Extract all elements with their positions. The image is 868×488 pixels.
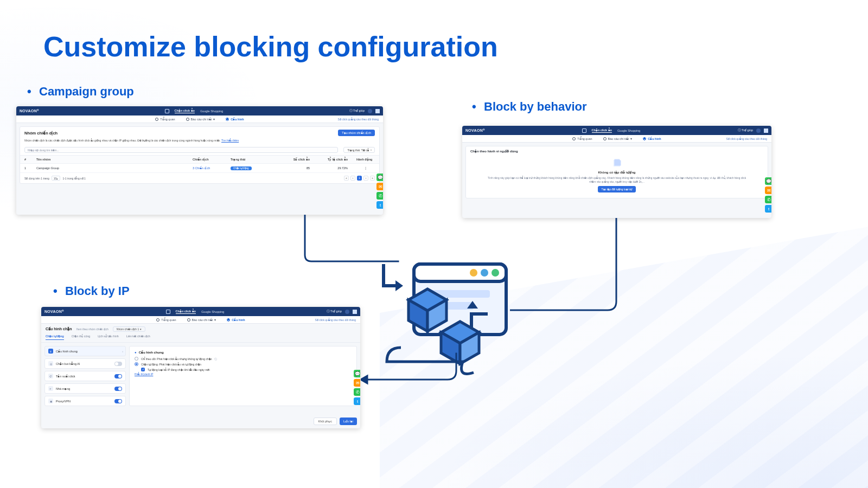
fab-chat-icon[interactable]: 💬 [354,370,360,377]
col-action: Hành động [352,156,379,164]
fab-twitter-icon[interactable]: t [765,205,771,213]
gear-icon [227,318,230,322]
subnav-overview[interactable]: Tổng quan [572,137,592,140]
toggle-ai[interactable] [114,362,122,366]
home-icon[interactable] [165,109,169,113]
toggle-proxy[interactable] [114,399,122,403]
brand-logo: NOVAON◎ [20,108,39,113]
toggle-network[interactable] [114,387,122,391]
svg-point-3 [481,269,488,277]
apps-icon[interactable] [353,310,357,314]
apps-icon[interactable] [375,109,380,113]
sidebar-item-general[interactable]: ≡Cấu hình chung› [44,346,126,356]
col-campaign[interactable]: Chiến dịch [188,156,226,164]
language-icon[interactable] [368,109,372,113]
status-filter[interactable]: Trạng thái: Tất cả▾ [343,147,375,153]
subnav-config[interactable]: Cấu hình [227,318,245,322]
nav-google-shopping[interactable]: Google Shopping [617,129,641,132]
fab-twitter-icon[interactable]: t [376,201,383,209]
fab-mail-icon[interactable]: ✉ [354,379,360,387]
radio-monitor-only[interactable] [135,357,138,361]
sidebar-item-frequency[interactable]: ⏱Tần suất click [44,371,126,381]
page-current[interactable]: 1 [357,176,362,181]
create-audience-button[interactable]: Tạo tập đối tượng loại trừ [598,186,636,192]
apps-icon[interactable] [764,129,768,133]
save-button[interactable]: Lưu lại [340,418,357,425]
rows-per-page-select[interactable]: 10 ▴ [52,176,61,181]
fab-phone-icon[interactable]: ✆ [765,196,771,203]
sliders-icon: ≡ [48,349,53,354]
page-title: Cấu hình chặn [46,327,72,331]
fab-chat-icon[interactable]: 💬 [376,174,383,181]
view-mode-label: Xem theo nhóm chiến dịch [76,328,108,331]
col-idx[interactable]: # [20,156,32,164]
help-link[interactable]: ⓘ Trợ giúp [738,129,753,132]
col-status[interactable]: Trạng thái [226,156,265,164]
page-last[interactable]: » [370,176,375,181]
quota-note: Số click quảng cáo theo dõi tháng [315,318,356,322]
home-icon[interactable] [582,129,586,133]
help-link[interactable]: ⓘ Trợ giúp [327,310,342,313]
topbar: NOVAON◎ Chặn click ảo Google Shopping ⓘ … [41,307,360,316]
language-icon[interactable] [756,129,761,133]
tab-manual-block[interactable]: Chặn thủ công [72,335,91,340]
sidebar-item-network[interactable]: ᯤNhà mạng [44,383,126,394]
col-ratio[interactable]: Tỷ lệ click ảo [314,156,352,164]
col-name[interactable]: Tên nhóm [32,156,188,164]
fab-phone-icon[interactable]: ✆ [376,192,383,200]
detail-title: Cấu hình chung [139,350,164,354]
radio-auto-block[interactable] [135,362,138,366]
tab-auto-block[interactable]: Chặn tự động [46,335,64,340]
help-link[interactable]: ⓘ Trợ giúp [349,109,365,113]
fab-mail-icon[interactable]: ✉ [376,183,383,190]
table-row[interactable]: 1 Campaign Group 3 Chiến dịch Chặn tự độ… [20,164,379,173]
subnav-config[interactable]: Cấu hình [226,118,244,121]
subnav-detail[interactable]: Báo cáo chi tiết ▾ [186,118,215,121]
sidebar-item-proxy[interactable]: ◉Proxy/VPN [44,396,126,406]
learn-more-link[interactable]: Tìm hiểu thêm [221,139,239,142]
target-icon [572,137,576,140]
restore-button[interactable]: Khôi phục [314,418,337,425]
col-clicks[interactable]: Số click ảo [265,156,314,164]
nav-google-shopping[interactable]: Google Shopping [201,310,225,313]
tab-history[interactable]: Lịch sử cấu hình [98,335,119,340]
nav-click-fraud[interactable]: Chặn click ảo [592,129,612,133]
fab-phone-icon[interactable]: ✆ [354,388,360,396]
cell-campaigns-link[interactable]: 3 Chiến dịch [193,166,210,170]
create-group-button[interactable]: Tạo nhóm chiến dịch [338,130,375,136]
sidebar-item-ai-bot[interactable]: ◎Chặn bot bằng AI [44,358,126,369]
shield-icon: ◉ [48,399,53,403]
subnav-overview[interactable]: Tổng quan [155,118,175,121]
page-next[interactable]: › [363,176,368,181]
subnav-detail[interactable]: Báo cáo chi tiết ▾ [187,318,216,322]
group-selector[interactable]: Nhóm chiến dịch 1 ▾ [113,326,145,332]
row-action-menu[interactable]: ⋮ [352,164,379,173]
nav-click-fraud[interactable]: Chặn click ảo [175,109,195,113]
tab-link-campaign[interactable]: Liên kết chiến dịch [126,335,150,340]
bullet-block-by-behavior: Block by behavior [472,100,587,114]
subnav-config[interactable]: Cấu hình [643,137,661,140]
settings-sidebar: ≡Cấu hình chung› ◎Chặn bot bằng AI ⏱Tần … [44,346,126,406]
nav-click-fraud[interactable]: Chặn click ảo [176,310,196,314]
cell-name: Campaign Group [32,164,188,173]
subnav: Tổng quan Báo cáo chi tiết ▾ Cấu hình Số… [41,316,360,324]
fab-twitter-icon[interactable]: t [354,397,360,405]
toggle-freq[interactable] [114,374,122,378]
fab-mail-icon[interactable]: ✉ [765,187,771,194]
connector-shot3 [510,218,624,316]
subnav-detail[interactable]: Báo cáo chi tiết ▾ [603,137,633,140]
checkbox-daily-clear[interactable] [141,368,145,371]
cell-idx: 1 [20,164,32,173]
page-prev[interactable]: ‹ [350,176,355,181]
nav-google-shopping[interactable]: Google Shopping [200,110,224,113]
language-icon[interactable] [345,310,349,314]
page-first[interactable]: « [344,176,349,181]
search-input[interactable]: Nhập nội dung tìm kiếm... [24,147,338,153]
fab-chat-icon[interactable]: 💬 [765,177,771,185]
home-icon[interactable] [166,310,170,314]
doc-icon [186,118,189,121]
doc-icon [187,318,190,322]
show-ip-list-link[interactable]: Hiểu thị danh IP [135,373,352,376]
subnav: Tổng quan Báo cáo chi tiết ▾ Cấu hình Số… [16,115,383,123]
subnav-overview[interactable]: Tổng quan [156,318,176,322]
